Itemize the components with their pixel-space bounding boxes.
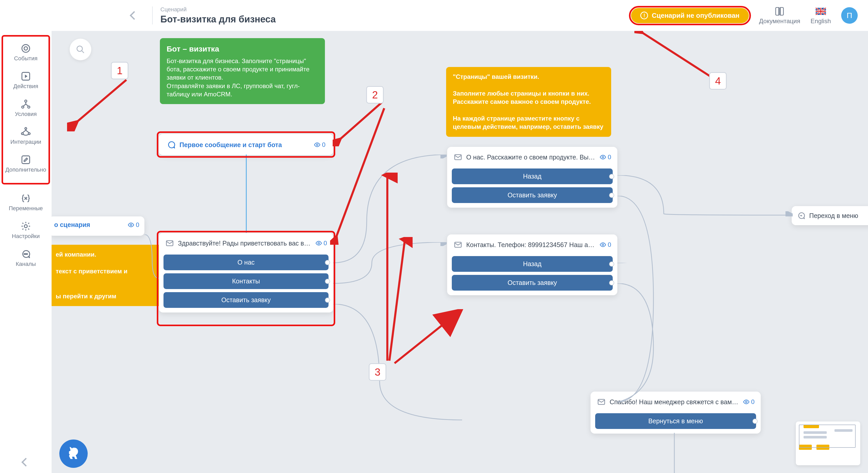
connection-line bbox=[673, 433, 676, 473]
sidebar-item-channels[interactable]: Каналы bbox=[0, 244, 52, 272]
card-title: Контакты. Телефон: 89991234567 Наш адр… bbox=[466, 241, 596, 248]
search-button[interactable] bbox=[70, 39, 91, 60]
svg-point-7 bbox=[25, 128, 27, 129]
card-contacts[interactable]: Контакты. Телефон: 89991234567 Наш адр… … bbox=[447, 234, 617, 295]
sidebar-item-additional[interactable]: Дополнительно bbox=[0, 150, 52, 178]
connection-line bbox=[333, 242, 446, 289]
variables-icon bbox=[21, 193, 31, 204]
sidebar: События Действия Условия Интеграции Допо… bbox=[0, 31, 52, 473]
minimap[interactable] bbox=[796, 421, 860, 465]
svg-point-15 bbox=[77, 46, 83, 52]
svg-point-21 bbox=[602, 157, 604, 158]
annotation-number-2: 2 bbox=[366, 86, 384, 104]
connection-line bbox=[245, 155, 248, 233]
chevron-left-icon bbox=[130, 11, 138, 20]
annotation-number-1: 1 bbox=[111, 62, 128, 79]
card-hello[interactable]: Здравствуйте! Рады приветствовать вас в … bbox=[159, 233, 333, 312]
sidebar-item-integrations[interactable]: Интеграции bbox=[0, 122, 52, 150]
card-title: о сценария bbox=[54, 221, 124, 229]
card-button-contacts[interactable]: Контакты bbox=[163, 273, 329, 289]
page-title: Бот-визитка для бизнеса bbox=[160, 14, 276, 25]
eye-icon bbox=[314, 141, 320, 148]
sidebar-item-settings[interactable]: Настройки bbox=[0, 216, 52, 244]
note-green[interactable]: Бот – визитка Бот-визитка для бизнеса. З… bbox=[160, 38, 325, 104]
svg-point-23 bbox=[602, 244, 604, 246]
views-count: 0 bbox=[315, 240, 327, 247]
svg-point-1 bbox=[22, 44, 30, 52]
back-button[interactable] bbox=[124, 5, 145, 26]
connection-line bbox=[333, 304, 591, 459]
eye-icon bbox=[315, 240, 322, 246]
breadcrumb: Сценарий bbox=[160, 6, 276, 13]
svg-point-2 bbox=[24, 47, 27, 50]
svg-point-12 bbox=[24, 254, 25, 254]
svg-point-11 bbox=[24, 225, 27, 228]
card-title: Здравствуйте! Рады приветствовать вас в … bbox=[178, 240, 312, 247]
svg-point-4 bbox=[25, 100, 27, 102]
message-icon bbox=[166, 140, 176, 149]
divider bbox=[152, 6, 153, 25]
card-button-back[interactable]: Назад bbox=[452, 168, 613, 184]
svg-point-19 bbox=[318, 242, 319, 244]
svg-point-14 bbox=[27, 254, 27, 254]
play-box-icon bbox=[21, 71, 31, 81]
connection-port[interactable] bbox=[326, 279, 330, 283]
sidebar-item-conditions[interactable]: Условия bbox=[0, 94, 52, 122]
note-title: Бот – визитка bbox=[166, 44, 318, 54]
card-button-request[interactable]: Оставить заявку bbox=[452, 187, 613, 203]
eye-icon bbox=[599, 241, 606, 248]
connection-port[interactable] bbox=[610, 262, 614, 266]
sidebar-collapse-button[interactable] bbox=[0, 459, 52, 465]
annotation-box-4 bbox=[629, 6, 751, 25]
card-button-request[interactable]: Оставить заявку bbox=[163, 292, 329, 308]
connection-port[interactable] bbox=[610, 174, 614, 178]
annotation-arrow-2a bbox=[333, 100, 390, 146]
mail-icon bbox=[453, 153, 463, 162]
card-scenario-cut[interactable]: о сценария 0 bbox=[49, 216, 145, 236]
eye-icon bbox=[599, 154, 606, 161]
connection-port[interactable] bbox=[326, 298, 330, 302]
card-title: Первое сообщение и старт бота bbox=[180, 141, 310, 149]
eye-icon bbox=[128, 222, 134, 228]
publish-status-pill[interactable]: ! Сценарий не опубликован bbox=[631, 8, 749, 23]
views-count: 0 bbox=[599, 241, 611, 248]
card-start[interactable]: Первое сообщение и старт бота 0 bbox=[159, 134, 333, 155]
connection-port[interactable] bbox=[753, 419, 757, 423]
docs-link[interactable]: Документация bbox=[759, 6, 800, 25]
avatar[interactable]: П bbox=[841, 7, 858, 24]
language-switch[interactable]: English bbox=[810, 6, 831, 25]
svg-point-13 bbox=[25, 254, 26, 254]
help-mascot-button[interactable] bbox=[59, 440, 88, 468]
note-body: "Страницы" вашей визитки. Заполните любы… bbox=[453, 73, 604, 131]
card-menu-jump[interactable]: Переход в меню bbox=[792, 206, 868, 225]
connection-line bbox=[617, 283, 695, 428]
annotation-arrow-1 bbox=[67, 77, 134, 131]
canvas[interactable]: Бот – визитка Бот-визитка для бизнеса. З… bbox=[52, 31, 868, 473]
connection-line bbox=[145, 234, 160, 286]
sidebar-item-actions[interactable]: Действия bbox=[0, 66, 52, 94]
connection-port[interactable] bbox=[610, 193, 614, 197]
views-count: 0 bbox=[743, 398, 754, 406]
connection-port[interactable] bbox=[326, 261, 330, 265]
chat-icon bbox=[21, 249, 31, 259]
note-body: Бот-визитка для бизнеса. Заполните "стра… bbox=[166, 57, 318, 99]
views-count: 0 bbox=[314, 141, 326, 148]
title-block: Сценарий Бот-визитка для бизнеса bbox=[160, 6, 276, 25]
card-about[interactable]: О нас. Расскажите о своем продукте. Вы м… bbox=[447, 147, 617, 208]
card-button-back[interactable]: Назад bbox=[452, 256, 613, 272]
llama-icon bbox=[64, 445, 83, 463]
mail-icon bbox=[165, 239, 174, 248]
uk-flag-icon bbox=[816, 6, 826, 16]
chevron-left-icon bbox=[22, 458, 30, 467]
branch-icon bbox=[21, 99, 31, 109]
connection-line bbox=[617, 263, 793, 278]
connection-port[interactable] bbox=[610, 281, 614, 285]
card-title: Переход в меню bbox=[809, 212, 858, 219]
sidebar-item-events[interactable]: События bbox=[0, 39, 52, 66]
note-yellow-pages[interactable]: "Страницы" вашей визитки. Заполните любы… bbox=[446, 67, 611, 137]
card-button-request[interactable]: Оставить заявку bbox=[452, 275, 613, 291]
sidebar-item-variables[interactable]: Переменные bbox=[0, 189, 52, 216]
header: Сценарий Бот-визитка для бизнеса ! Сцена… bbox=[0, 0, 868, 31]
redirect-icon bbox=[797, 211, 806, 220]
card-button-about[interactable]: О нас bbox=[163, 255, 329, 270]
